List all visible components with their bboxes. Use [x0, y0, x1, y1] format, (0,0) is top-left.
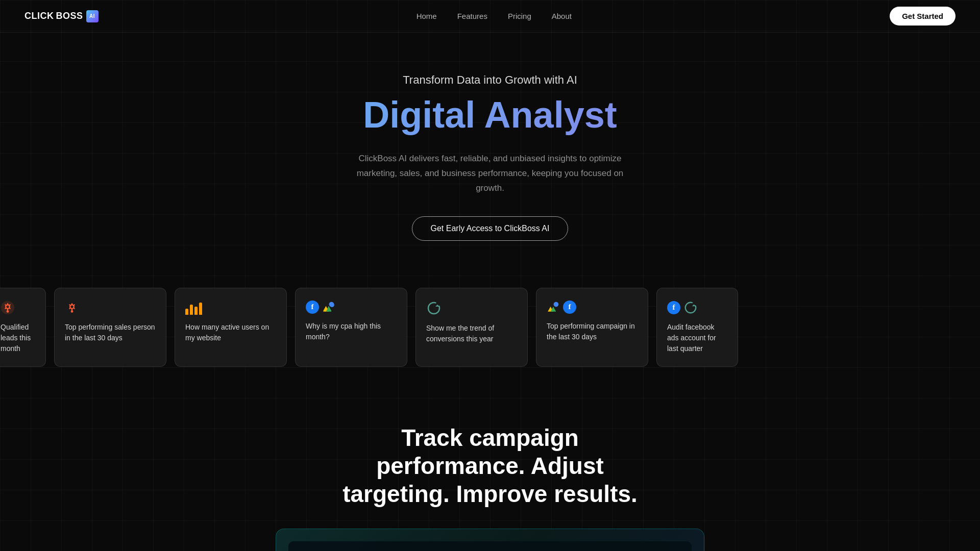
get-started-button[interactable]: Get Started [890, 7, 955, 26]
card-conversions[interactable]: Show me the trend of conversions this ye… [415, 288, 528, 367]
svg-point-12 [71, 310, 74, 313]
card-top-campaign[interactable]: f Top performing campaign in the last 30… [536, 288, 648, 367]
card-active-users[interactable]: How many active users on my website [175, 288, 287, 367]
hero-subtitle: Transform Data into Growth with AI [24, 73, 955, 87]
nav-features[interactable]: Features [457, 12, 487, 20]
hero-title: Digital Analyst [24, 95, 955, 135]
card-qualified-leads-text: Qualified leads this month [1, 322, 35, 354]
navbar: CLICK BOSS AI Home Features Pricing Abou… [0, 0, 980, 33]
svg-line-8 [5, 308, 6, 309]
card-active-users-text: How many active users on my website [185, 322, 276, 343]
logo: CLICK BOSS AI [24, 10, 99, 22]
svg-line-13 [74, 305, 75, 305]
logo-ai-badge: AI [86, 10, 99, 22]
logo-boss-text: BOSS [56, 11, 83, 21]
svg-point-29 [554, 302, 559, 307]
card-top-campaign-text: Top performing campaign in the last 30 d… [547, 321, 638, 342]
svg-line-14 [69, 305, 70, 305]
nav-pricing[interactable]: Pricing [508, 12, 531, 20]
logo-click-text: CLICK [24, 11, 54, 21]
card-audit-fb-text: Audit facebook ads account for last quar… [667, 322, 727, 354]
early-access-button[interactable]: Get Early Access to ClickBoss AI [412, 216, 569, 241]
section-track-heading: Track campaign performance. Adjust targe… [337, 424, 643, 509]
hero-description: ClickBoss AI delivers fast, reliable, an… [342, 152, 638, 196]
card-top-sales-text: Top performing sales person in the last … [65, 322, 156, 343]
nav-about[interactable]: About [552, 12, 572, 20]
svg-line-15 [74, 308, 75, 309]
nav-home[interactable]: Home [416, 12, 437, 20]
fb-refresh-icon: f [667, 300, 698, 315]
card-audit-fb[interactable]: f Audit facebook ads account for last qu… [656, 288, 738, 367]
svg-line-16 [69, 308, 70, 309]
svg-line-5 [10, 305, 10, 305]
hubspot-icon-2 [65, 300, 79, 315]
card-top-sales[interactable]: Top performing sales person in the last … [54, 288, 166, 367]
nav-links: Home Features Pricing About [416, 12, 572, 20]
google-fb-icon: f [547, 300, 576, 314]
section-track: Track campaign performance. Adjust targe… [0, 383, 980, 551]
card-cpa[interactable]: f Why is my cpa high this month? [295, 288, 407, 367]
svg-point-4 [7, 310, 9, 313]
svg-line-6 [5, 305, 6, 305]
svg-marker-31 [692, 304, 696, 306]
barchart-icon [185, 300, 202, 315]
dashboard-inner: CLICK BOSS AI ✦ Connect Connected [288, 541, 692, 551]
svg-point-30 [685, 303, 696, 313]
card-conversions-text: Show me the trend of conversions this ye… [426, 323, 517, 344]
hubspot-icon [1, 300, 15, 315]
dashboard-preview: CLICK BOSS AI ✦ Connect Connected [276, 529, 704, 551]
fb-google-icon: f [306, 300, 335, 314]
svg-line-7 [10, 308, 10, 309]
svg-point-25 [428, 303, 439, 314]
svg-point-24 [329, 302, 334, 307]
hero-section: Transform Data into Growth with AI Digit… [0, 33, 980, 271]
card-cpa-text: Why is my cpa high this month? [306, 321, 397, 342]
cards-row: Qualified leads this month Top performin… [0, 271, 980, 383]
svg-marker-26 [435, 305, 439, 307]
refresh-icon [426, 300, 442, 316]
card-qualified-leads[interactable]: Qualified leads this month [0, 288, 46, 367]
